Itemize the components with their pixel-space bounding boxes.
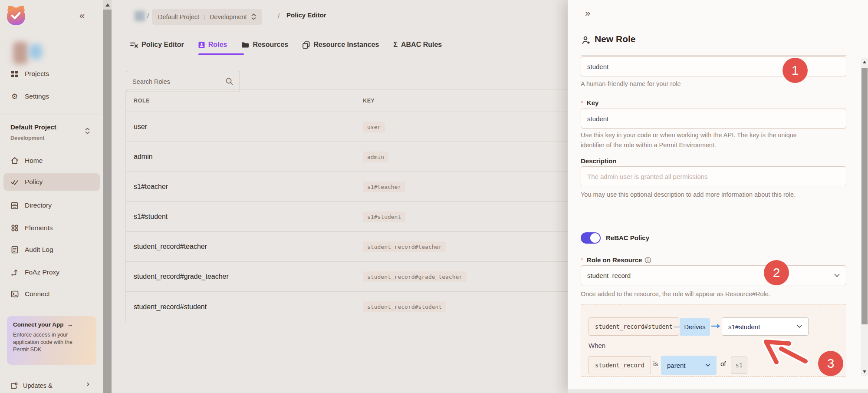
breadcrumb-project-env-selector[interactable]: Default Project : Development (152, 9, 262, 25)
required-asterisk: * (581, 99, 583, 106)
table-row[interactable]: student_record#grade_teacher student_rec… (126, 262, 576, 292)
sidebar-item-audit-log[interactable]: Audit Log (3, 242, 100, 258)
description-input[interactable] (581, 166, 846, 186)
search-icon[interactable] (225, 77, 233, 86)
annotation-step-1: 1 (783, 58, 808, 83)
sigma-icon: Σ (393, 41, 398, 49)
sidebar-item-foaz-proxy[interactable]: FoAz Proxy (3, 264, 100, 280)
role-cell: admin (126, 153, 363, 161)
folder-icon (241, 42, 249, 48)
avatar[interactable] (13, 42, 28, 64)
info-icon[interactable] (644, 257, 651, 264)
key-badge: student_record#grade_teacher (363, 271, 467, 282)
table-row[interactable]: user user (126, 112, 576, 142)
column-header-key: KEY (363, 98, 375, 104)
sidebar-item-settings[interactable]: ⚙ Settings (3, 89, 100, 104)
key-cell: student_record#grade_teacher (363, 271, 467, 282)
policy-editor-icon (130, 41, 138, 48)
derivation-connector-line (674, 327, 680, 327)
key-cell: user (363, 122, 385, 132)
roles-table-header: ROLE KEY (126, 89, 576, 112)
description-helper-text: You may use this optional description to… (581, 190, 796, 200)
chevron-updown-icon (251, 13, 256, 20)
rebac-policy-toggle[interactable] (581, 232, 601, 244)
role-on-resource-select[interactable]: student_record (581, 265, 846, 285)
drawer-collapse-button[interactable]: » (585, 9, 589, 18)
sidebar-item-label: Connect (25, 290, 50, 298)
scrollbar-thumb[interactable] (103, 10, 112, 393)
target-role-select[interactable]: s1#student (722, 317, 809, 336)
active-tab-underline (198, 53, 244, 55)
key-cell: student_record#teacher (363, 241, 446, 252)
source-role-chip: student_record#student (589, 317, 679, 336)
key-cell: student_record#student (363, 301, 446, 312)
sidebar-collapse-button[interactable]: « (79, 11, 84, 21)
scroll-up-button[interactable] (103, 0, 112, 10)
home-icon (10, 157, 19, 165)
toggle-knob (590, 233, 600, 243)
scroll-up-button[interactable] (861, 58, 868, 66)
search-input[interactable] (132, 78, 225, 85)
sidebar-divider (0, 115, 103, 115)
check-icon (11, 12, 21, 20)
scrollbar-thumb[interactable] (861, 68, 868, 324)
sidebar-item-home[interactable]: Home (3, 153, 100, 168)
role-cell: student_record#teacher (126, 243, 363, 251)
name-helper-text: A human-friendly name for your role (581, 79, 681, 89)
sidebar-item-label: Home (25, 157, 43, 165)
tab-resource-instances[interactable]: Resource Instances (302, 38, 379, 51)
annotation-step-3: 3 (818, 351, 843, 376)
sidebar-item-label: FoAz Proxy (25, 268, 59, 276)
key-cell: s1#teacher (363, 182, 405, 192)
table-row[interactable]: student_record#student student_record#st… (126, 292, 576, 322)
table-row[interactable]: student_record#teacher student_record#te… (126, 232, 576, 262)
sidebar-item-label: Projects (25, 70, 49, 78)
chevron-down-icon (834, 274, 840, 277)
sidebar-item-label: Settings (25, 92, 49, 100)
role-key-input[interactable] (581, 109, 846, 129)
sidebar-item-label: Directory (25, 201, 52, 209)
derives-chip: Derives (680, 318, 710, 336)
project-switcher-name[interactable]: Default Project (10, 123, 56, 131)
annotation-step-2: 2 (764, 260, 789, 285)
tab-label: Resources (253, 41, 288, 49)
sidebar-item-projects[interactable]: Projects (3, 66, 100, 82)
connect-icon (10, 290, 19, 298)
breadcrumb-page: Policy Editor (286, 11, 326, 19)
chevron-down-icon (705, 363, 710, 367)
sidebar-item-updates[interactable]: Updates & › (3, 378, 100, 393)
sidebar-item-connect[interactable]: Connect (3, 286, 100, 302)
required-asterisk: * (581, 256, 583, 264)
chevron-updown-icon[interactable] (85, 128, 90, 134)
org-logo-blurred[interactable] (135, 11, 145, 21)
annotation-arrow-icon (759, 334, 815, 369)
key-cell: admin (363, 152, 388, 162)
tab-resources[interactable]: Resources (241, 38, 288, 51)
policy-icon (10, 178, 19, 186)
table-row[interactable]: s1#teacher s1#teacher (126, 172, 576, 202)
sidebar-scrollbar[interactable] (103, 0, 112, 393)
tab-abac-rules[interactable]: Σ ABAC Rules (393, 38, 442, 51)
sidebar-item-directory[interactable]: Directory (3, 198, 100, 213)
chevron-down-icon (797, 325, 802, 328)
sidebar-item-elements[interactable]: Elements (3, 220, 100, 236)
tab-policy-editor[interactable]: Policy Editor (130, 38, 184, 51)
scroll-down-button[interactable] (861, 367, 868, 376)
select-value: student_record (587, 272, 631, 279)
table-row[interactable]: admin admin (126, 142, 576, 172)
column-header-role: ROLE (126, 98, 363, 104)
role-on-resource-helper-text: Once added to the resource, the role wil… (581, 289, 770, 299)
breadcrumb-colon: : (204, 13, 205, 20)
drawer-scrollbar[interactable] (861, 58, 868, 376)
tab-label: Resource Instances (313, 41, 379, 49)
table-row[interactable]: s1#student s1#student (126, 202, 576, 232)
relation-select[interactable]: parent (661, 356, 717, 375)
tab-roles[interactable]: Roles (198, 38, 227, 51)
connect-your-app-card[interactable]: Connect your App → Enforce access in you… (7, 316, 96, 365)
sidebar-item-policy[interactable]: Policy (3, 173, 100, 191)
when-label: When (589, 342, 605, 349)
tab-label: ABAC Rules (401, 41, 442, 49)
role-cell: student_record#student (126, 303, 363, 311)
drawer-footer (568, 390, 868, 393)
permit-logo-icon[interactable] (7, 6, 25, 25)
